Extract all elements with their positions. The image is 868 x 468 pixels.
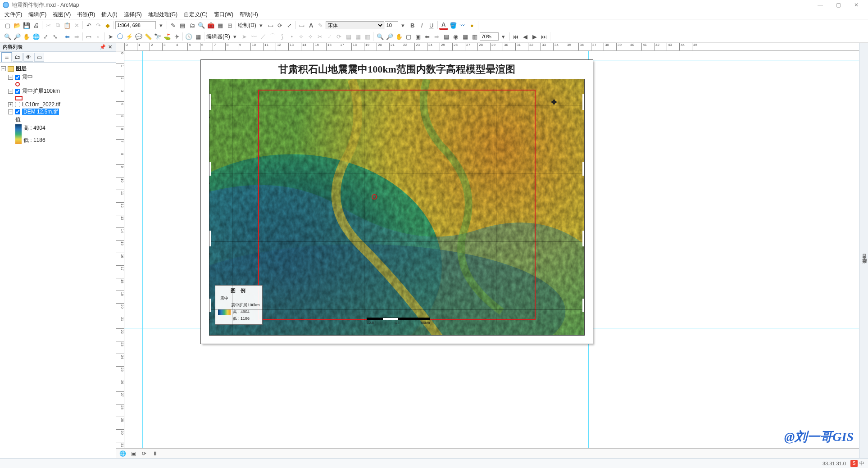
layout-canvas[interactable]: 甘肃积石山地震震中100km范围内数字高程模型晕渲图 [124,51,859,448]
draw-dropdown[interactable]: ▾ [257,21,266,30]
editor-toolbar-btn[interactable]: ✎ [168,21,177,30]
font-color-button[interactable]: A [439,21,448,30]
toc-button[interactable]: ▤ [178,21,187,30]
create-features-button[interactable]: ▥ [363,32,372,41]
layer-checkbox[interactable] [15,109,20,114]
refresh-button[interactable]: ⟳ [140,450,149,458]
menu-geoprocess[interactable]: 地理处理(G) [145,10,180,19]
select-features-tool[interactable]: ▭ [84,32,93,41]
data-driven-pages[interactable]: ▥ [470,32,479,41]
goto-xy-tool[interactable]: ✈ [172,32,181,41]
layout-prev[interactable]: ⬅ [423,32,432,41]
underline-button[interactable]: U [427,21,436,30]
print-button[interactable]: 🖨 [32,21,41,30]
arctoolbox-button[interactable]: 🧰 [206,21,215,30]
toc-tab-drawing-order[interactable]: ≣ [2,53,12,62]
sketch-props-button[interactable]: ▦ [354,32,363,41]
layer-name[interactable]: 震中 [22,73,33,81]
toggle-draft[interactable]: ▤ [442,32,451,41]
layer-name[interactable]: LC10m_2022.tif [22,101,60,108]
reshape-tool[interactable]: ⟡ [306,32,315,41]
prev-extent-button[interactable]: ⬅ [63,32,72,41]
layer-checkbox[interactable] [15,102,20,107]
minimize-button[interactable]: — [811,0,829,10]
new-button[interactable]: ▢ [3,21,12,30]
bold-button[interactable]: B [408,21,417,30]
edit-vertices2[interactable]: ✧ [297,32,306,41]
find-route-tool[interactable]: ⛳ [163,32,172,41]
expand-icon[interactable]: + [8,102,13,107]
menu-view[interactable]: 视图(V) [50,10,73,19]
python-button[interactable]: ▦ [216,21,225,30]
select-element-tool[interactable]: ▭ [266,21,275,30]
menu-insert[interactable]: 插入(I) [99,10,120,19]
scale-input[interactable] [115,21,156,29]
line-color-button[interactable]: 〰 [458,21,467,30]
attributes-button[interactable]: ▤ [344,32,353,41]
menu-select[interactable]: 选择(S) [121,10,145,19]
layout-zoom-input[interactable] [480,32,499,41]
extent-100km-box[interactable] [258,90,536,320]
create-viewer-button[interactable]: ▦ [194,32,203,41]
menu-bookmarks[interactable]: 书签(B) [74,10,98,19]
map-title[interactable]: 甘肃积石山地震震中100km范围内数字高程模型晕渲图 [201,60,593,76]
add-data-button[interactable]: ◆ [103,21,112,30]
layout-view-button[interactable]: ▣ [129,450,138,458]
menu-help[interactable]: 帮助(H) [237,10,261,19]
fixed-zoom-in[interactable]: ⤢ [41,32,50,41]
menu-file[interactable]: 文件(F) [2,10,25,19]
ddp-next[interactable]: ▶ [530,32,539,41]
toc-tab-selection[interactable]: ▭ [34,53,44,62]
data-view-button[interactable]: 🌐 [118,450,127,458]
point-tool[interactable]: • [287,32,296,41]
menu-window[interactable]: 窗口(W) [211,10,236,19]
html-popup-tool[interactable]: 💬 [134,32,143,41]
copy-button[interactable]: ⧉ [53,21,62,30]
search-button[interactable]: 🔍 [197,21,206,30]
right-dock-tabs[interactable]: 目录 | 搜索 [859,43,868,458]
edit-vertices[interactable]: ✎ [316,21,325,30]
zoom-out-tool[interactable]: 🔎 [13,32,22,41]
fixed-zoom-out[interactable]: ⤡ [50,32,59,41]
map-data-frame[interactable]: ✦ 图 例 震中 震中扩展100km 高 : 4904 低 : 1186 [209,79,585,336]
layout-pan[interactable]: ✋ [395,32,404,41]
zoom-whole-page[interactable]: ▢ [404,32,413,41]
identify-tool[interactable]: ⓘ [115,32,124,41]
focus-df[interactable]: ◉ [451,32,460,41]
horizontal-ruler[interactable]: 0123456789101112131415161718192021222324… [124,43,859,51]
layout-page[interactable]: 甘肃积石山地震震中100km范围内数字高程模型晕渲图 [201,60,593,344]
catalog-button[interactable]: 🗂 [187,21,196,30]
cut-button[interactable]: ✂ [44,21,53,30]
toc-tree[interactable]: −图层 −震中 −震中扩展100km +LC10m_2022.tif −DEM … [0,63,116,458]
font-size-input[interactable] [385,21,398,29]
vertical-ruler[interactable]: 0123456789101112131415161718192021222324… [116,51,124,448]
zoom-100[interactable]: ▣ [414,32,423,41]
marker-color-button[interactable]: ● [468,21,477,30]
edit-annot[interactable]: 〰 [250,32,259,41]
layout-zoom-out[interactable]: 🔎 [385,32,394,41]
text-tool[interactable]: A [307,21,316,30]
layout-zoom-dropdown[interactable]: ▾ [499,32,508,41]
time-slider-button[interactable]: 🕓 [184,32,193,41]
expand-icon[interactable]: − [1,66,6,71]
north-arrow[interactable]: ✦ [549,95,559,109]
close-button[interactable]: ✕ [847,0,865,10]
fill-color-button[interactable]: 🪣 [449,21,458,30]
measure-tool[interactable]: 📏 [144,32,153,41]
expand-icon[interactable]: − [8,75,13,80]
rotate-tool[interactable]: ⟳ [276,21,285,30]
rotate-tool2[interactable]: ⟳ [335,32,344,41]
toc-tab-source[interactable]: 🗂 [13,53,23,62]
layer-name-selected[interactable]: DEM 12.5m.tif [22,109,59,115]
maximize-button[interactable]: ▢ [829,0,847,10]
expand-icon[interactable]: − [8,89,13,94]
save-button[interactable]: 💾 [22,21,31,30]
pointer-tool[interactable]: ➤ [106,32,115,41]
layer-checkbox[interactable] [15,75,20,80]
menu-edit[interactable]: 编辑(E) [26,10,49,19]
epicenter-marker[interactable] [372,194,377,200]
trace-tool[interactable]: ⟆ [278,32,287,41]
toc-tab-visibility[interactable]: 👁 [23,53,33,62]
font-name-select[interactable]: 宋体 [326,21,384,29]
layout-guide[interactable] [142,51,143,448]
